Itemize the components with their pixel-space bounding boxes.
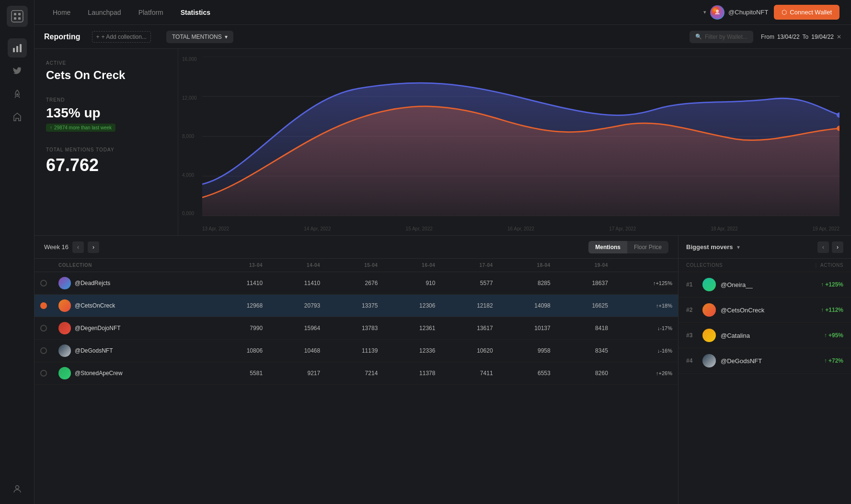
sidebar [0,0,34,504]
mover-avatar [702,303,716,317]
collection-avatar [58,344,71,357]
col-17-04: 17-04 [441,259,498,272]
movers-col-headers: Collections ⋮ Actions [678,259,851,272]
nav-home[interactable]: Home [46,6,77,19]
movers-prev-button[interactable]: ‹ [817,241,829,253]
wallet-icon: ⬡ [782,9,787,16]
search-icon: 🔍 [695,34,702,40]
mover-rank: #2 [686,307,698,313]
movers-header: Biggest movers ▾ ‹ › [678,236,851,259]
mentions-label: TOTAL MENTIONS TODAY [46,147,166,152]
mover-row[interactable]: #2 @CetsOnCreck ↑ +112% [678,298,851,323]
week-navigation: Week 16 ‹ › [44,241,99,253]
svg-rect-4 [18,17,21,20]
connect-wallet-button[interactable]: ⬡ Connect Wallet [774,5,840,20]
date-close-icon[interactable]: ✕ [837,34,841,40]
col-collection: COLLECTION [53,259,211,272]
chart-svg [202,57,840,216]
svg-rect-7 [20,44,22,52]
chart-section: ACTIVE Cets On Creck TREND 135% up ↑ 298… [34,49,851,236]
collection-name: @StonedApeCrew [75,370,123,377]
row-radio[interactable] [40,280,47,286]
mover-row[interactable]: #4 @DeGodsNFT ↑ +72% [678,348,851,374]
svg-rect-1 [14,13,16,15]
nav-platform[interactable]: Platform [132,6,170,19]
table-row[interactable]: @DeadRejcts 11410 11410 2676 910 5577 82… [34,272,678,295]
page-content: Reporting + + Add collection... TOTAL ME… [34,25,851,504]
table-row[interactable]: @DeGodsNFT 10806 10468 11139 12336 10620… [34,340,678,362]
collection-name: @DeGodsNFT [75,347,113,354]
collection-name: @CetsOnCreck [75,302,115,309]
sidebar-item-stats[interactable] [8,38,27,57]
mover-avatar [702,354,716,367]
username-label: @ChupitoNFT [728,9,768,16]
mover-row[interactable]: #1 @Oneira__ ↑ +125% [678,272,851,298]
view-toggle: Mentions Floor Price [588,241,668,253]
movers-next-button[interactable]: › [832,241,843,253]
table-section: Week 16 ‹ › Mentions Floor Price [34,236,678,504]
date-range: From 13/04/22 To 19/04/22 ✕ [761,34,841,40]
row-radio[interactable] [40,302,47,309]
svg-rect-2 [18,13,21,15]
mover-name: @DeGodsNFT [721,357,819,365]
mover-change: ↑ +95% [824,332,843,339]
movers-panel: Biggest movers ▾ ‹ › Collections ⋮ Actio… [678,236,851,504]
active-collection-block: ACTIVE Cets On Creck [46,60,166,82]
svg-point-8 [16,93,18,95]
add-collection-button[interactable]: + + Add collection... [92,31,151,43]
collection-avatar [58,277,71,289]
main-content: Home Launchpad Platform Statistics ▾ [34,0,851,504]
col-19-04: 19-04 [556,259,614,272]
collection-avatar [58,367,71,379]
bottom-section: Week 16 ‹ › Mentions Floor Price [34,236,851,504]
row-radio[interactable] [40,370,47,377]
col-16-04: 16-04 [383,259,441,272]
mover-row[interactable]: #3 @Catalina ↑ +95% [678,323,851,348]
chart-x-labels: 13 Apr, 2022 14 Apr, 2022 15 Apr, 2022 1… [202,226,840,231]
table-row[interactable]: @StonedApeCrew 5581 9217 7214 11378 7411… [34,362,678,385]
collection-avatar [58,322,71,334]
movers-col-collections-label: Collections [686,263,814,268]
trend-value: 135% up [46,105,166,121]
week-prev-button[interactable]: ‹ [72,241,84,253]
movers-col-actions-label: ⋮ Actions [814,263,843,268]
svg-rect-6 [16,46,18,52]
data-table: COLLECTION 13-04 14-04 15-04 16-04 17-04… [34,259,678,504]
svg-point-9 [15,486,19,489]
mover-rank: #3 [686,332,698,339]
sidebar-item-twitter[interactable] [8,61,27,80]
toggle-mentions[interactable]: Mentions [588,241,627,253]
filter-wallet-input[interactable]: 🔍 Filter by Wallet... [690,31,753,43]
active-label: ACTIVE [46,60,166,66]
chevron-down-icon: ▾ [737,244,740,251]
trend-block: TREND 135% up ↑ 29874 more than last wee… [46,97,166,132]
toggle-floor-price[interactable]: Floor Price [627,241,668,253]
table-row[interactable]: @DegenDojoNFT 7990 15964 13783 12361 136… [34,317,678,340]
trend-badge: ↑ 29874 more than last week [46,124,115,132]
logo[interactable] [7,6,28,27]
nav-launchpad[interactable]: Launchpad [81,6,127,19]
sidebar-item-profile[interactable] [8,479,27,498]
mover-rank: #4 [686,357,698,364]
col-14-04: 14-04 [268,259,326,272]
plus-icon: + [96,34,100,40]
nav-statistics[interactable]: Statistics [174,6,217,19]
row-radio[interactable] [40,347,47,354]
table-row[interactable]: @CetsOnCreck 12968 20793 13375 12306 121… [34,295,678,317]
mover-change: ↑ +125% [821,281,843,288]
svg-rect-0 [12,11,23,22]
movers-dropdown[interactable]: ▾ [737,244,740,251]
top-navigation: Home Launchpad Platform Statistics ▾ [34,0,851,25]
week-next-button[interactable]: › [88,241,99,253]
col-15-04: 15-04 [326,259,383,272]
chart-area: 16,000 12,000 8,000 4,000 0,000 [178,49,851,235]
mover-change: ↑ +72% [824,357,843,364]
user-menu[interactable]: ▾ @Chu [703,5,768,20]
sidebar-item-launch[interactable] [8,84,27,103]
col-13-04: 13-04 [211,259,268,272]
metric-dropdown[interactable]: TOTAL MENTIONS ▾ [166,31,233,43]
sidebar-item-home[interactable] [8,107,27,126]
collection-avatar [58,299,71,312]
trend-label: TREND [46,97,166,103]
row-radio[interactable] [40,325,47,332]
